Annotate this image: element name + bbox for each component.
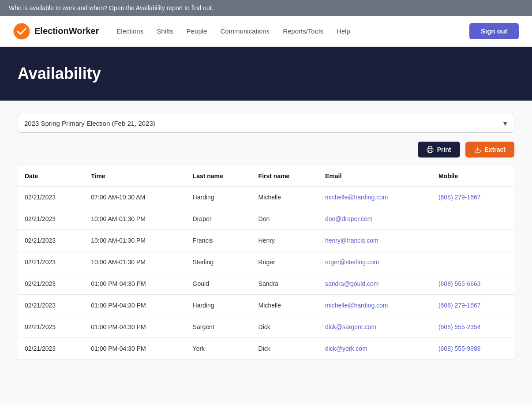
cell-value: York bbox=[186, 338, 251, 360]
col-time: Time bbox=[84, 166, 185, 186]
cell-value: 02/21/2023 bbox=[18, 208, 84, 230]
sign-out-button[interactable]: Sign out bbox=[469, 23, 519, 39]
logo-icon bbox=[13, 23, 30, 40]
cell-value: 10:00 AM-01:30 PM bbox=[84, 230, 185, 251]
phone-link[interactable]: (608) 555-2354 bbox=[438, 323, 481, 330]
table-row: 02/21/202301:00 PM-04:30 PMYorkDickdick@… bbox=[18, 338, 514, 360]
cell-value: 02/21/2023 bbox=[18, 186, 84, 208]
phone-link[interactable]: (608) 279-1667 bbox=[438, 302, 481, 309]
extract-icon bbox=[474, 146, 481, 153]
nav-elections[interactable]: Elections bbox=[116, 27, 143, 35]
col-mobile: Mobile bbox=[431, 166, 514, 186]
phone-link[interactable]: (608) 555-9988 bbox=[438, 345, 481, 352]
cell-value: Dick bbox=[251, 316, 318, 338]
cell-value: 02/21/2023 bbox=[18, 338, 84, 360]
cell-value: Sargent bbox=[186, 316, 251, 338]
phone-link[interactable]: (608) 279-1667 bbox=[438, 194, 481, 201]
printer-icon bbox=[427, 146, 434, 153]
navbar: ElectionWorker Elections Shifts People C… bbox=[0, 16, 532, 47]
nav-shifts[interactable]: Shifts bbox=[157, 27, 173, 35]
nav-communications[interactable]: Communications bbox=[220, 27, 270, 35]
cell-value: Sandra bbox=[251, 273, 318, 295]
table-header-row: Date Time Last name First name Email Mob… bbox=[18, 166, 514, 186]
cell-value: 02/21/2023 bbox=[18, 273, 84, 295]
extract-button[interactable]: Extract bbox=[465, 142, 514, 158]
page-header: Availability bbox=[0, 47, 532, 101]
cell-value: Draper bbox=[186, 208, 251, 230]
cell-value: 01:00 PM-04:30 PM bbox=[84, 338, 185, 360]
banner-text: Who is available to work and when? Open … bbox=[9, 4, 214, 11]
email-link[interactable]: michelle@harding.com bbox=[325, 302, 388, 309]
cell-value: 02/21/2023 bbox=[18, 251, 84, 273]
election-select[interactable]: 2023 Spring Primary Election (Feb 21, 20… bbox=[18, 114, 514, 133]
email-link[interactable]: sandra@gould.com bbox=[325, 280, 379, 287]
page-title: Availability bbox=[18, 64, 514, 83]
main-content: 2023 Spring Primary Election (Feb 21, 20… bbox=[0, 101, 532, 373]
col-first: First name bbox=[251, 166, 318, 186]
cell-value: 01:00 PM-04:30 PM bbox=[84, 295, 185, 316]
table-row: 02/21/202310:00 AM-01:30 PMSterlingRoger… bbox=[18, 251, 514, 273]
cell-value bbox=[431, 230, 514, 251]
cell-value: 07:00 AM-10:30 AM bbox=[84, 186, 185, 208]
cell-value: 02/21/2023 bbox=[18, 230, 84, 251]
cell-value: Sterling bbox=[186, 251, 251, 273]
cell-value bbox=[431, 208, 514, 230]
cell-value: Roger bbox=[251, 251, 318, 273]
table-row: 02/21/202301:00 PM-04:30 PMHardingMichel… bbox=[18, 295, 514, 316]
availability-table: Date Time Last name First name Email Mob… bbox=[18, 166, 514, 360]
cell-value: Michelle bbox=[251, 295, 318, 316]
nav-help[interactable]: Help bbox=[337, 27, 350, 35]
email-link[interactable]: henry@francis.com bbox=[325, 237, 378, 244]
cell-value: 01:00 PM-04:30 PM bbox=[84, 316, 185, 338]
nav-people[interactable]: People bbox=[187, 27, 207, 35]
nav-reports[interactable]: Reports/Tools bbox=[283, 27, 323, 35]
email-link[interactable]: don@draper.com bbox=[325, 215, 373, 222]
availability-banner: Who is available to work and when? Open … bbox=[0, 0, 532, 16]
cell-value: Henry bbox=[251, 230, 318, 251]
svg-point-0 bbox=[14, 23, 30, 39]
cell-value: Michelle bbox=[251, 186, 318, 208]
cell-value: Harding bbox=[186, 186, 251, 208]
cell-value: 02/21/2023 bbox=[18, 295, 84, 316]
nav-links: Elections Shifts People Communications R… bbox=[116, 27, 469, 35]
cell-value: 10:00 AM-01:30 PM bbox=[84, 208, 185, 230]
cell-value: Gould bbox=[186, 273, 251, 295]
table-head: Date Time Last name First name Email Mob… bbox=[18, 166, 514, 186]
table-row: 02/21/202301:00 PM-04:30 PMGouldSandrasa… bbox=[18, 273, 514, 295]
email-link[interactable]: dick@sargent.com bbox=[325, 323, 376, 330]
print-button[interactable]: Print bbox=[418, 142, 460, 158]
email-link[interactable]: roger@sterling.com bbox=[325, 259, 379, 266]
table-row: 02/21/202310:00 AM-01:30 PMDraperDondon@… bbox=[18, 208, 514, 230]
logo-text: ElectionWorker bbox=[34, 26, 99, 36]
col-email: Email bbox=[318, 166, 431, 186]
cell-value: 02/21/2023 bbox=[18, 316, 84, 338]
cell-value: Don bbox=[251, 208, 318, 230]
table-row: 02/21/202310:00 AM-01:30 PMFrancisHenryh… bbox=[18, 230, 514, 251]
election-dropdown-wrap: 2023 Spring Primary Election (Feb 21, 20… bbox=[18, 114, 514, 133]
table-row: 02/21/202301:00 PM-04:30 PMSargentDickdi… bbox=[18, 316, 514, 338]
svg-rect-1 bbox=[428, 150, 432, 152]
cell-value: Francis bbox=[186, 230, 251, 251]
email-link[interactable]: dick@york.com bbox=[325, 345, 367, 352]
table-row: 02/21/202307:00 AM-10:30 AMHardingMichel… bbox=[18, 186, 514, 208]
cell-value bbox=[431, 251, 514, 273]
col-last: Last name bbox=[186, 166, 251, 186]
email-link[interactable]: michelle@harding.com bbox=[325, 194, 388, 201]
logo[interactable]: ElectionWorker bbox=[13, 23, 99, 40]
cell-value: Dick bbox=[251, 338, 318, 360]
table-body: 02/21/202307:00 AM-10:30 AMHardingMichel… bbox=[18, 186, 514, 360]
phone-link[interactable]: (608) 555-6663 bbox=[438, 280, 481, 287]
col-date: Date bbox=[18, 166, 84, 186]
cell-value: 01:00 PM-04:30 PM bbox=[84, 273, 185, 295]
cell-value: Harding bbox=[186, 295, 251, 316]
cell-value: 10:00 AM-01:30 PM bbox=[84, 251, 185, 273]
action-bar: Print Extract bbox=[18, 142, 514, 158]
